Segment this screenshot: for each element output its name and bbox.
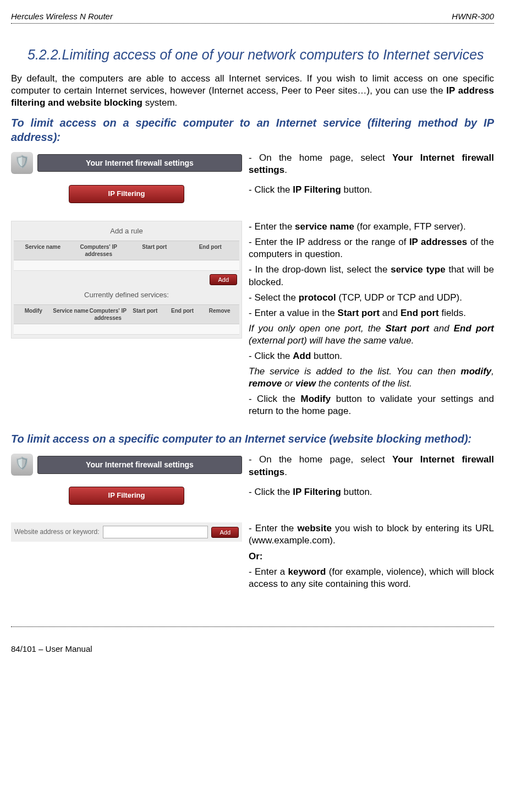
step2-enter-keyword: - Enter a keyword (for example, violence… [249,566,494,590]
section-title: Limiting access of one of your network c… [62,47,484,62]
add-rule-columns: Service name Computers' IP addresses Sta… [14,241,239,260]
section-heading: 5.2.2.Limiting access of one of your net… [61,46,494,64]
step-list-note: The service is added to the list. You ca… [249,366,494,390]
header-left: Hercules Wireless N Router [11,11,113,22]
col-modify: Modify [15,307,52,321]
currently-defined-title: Currently defined services: [14,291,239,300]
step2-click-ip-filtering: - Click the IP Filtering button. [249,486,494,498]
shield-icon [11,454,33,476]
step-service-type: - In the drop-down list, select the serv… [249,264,494,288]
section-number: 5.2.2. [28,47,62,62]
add-button[interactable]: Add [210,274,237,285]
col-start-port: Start port [127,243,183,258]
ip-filtering-button-2[interactable]: IP Filtering [69,487,184,505]
step-service-name: - Enter the service name (for example, F… [249,221,494,233]
col-remove: Remove [201,307,238,321]
col-end-port-2: End port [164,307,201,321]
website-label: Website address or keyword: [14,528,100,537]
page-header: Hercules Wireless N Router HWNR-300 [11,11,494,24]
intro-text-2: system. [142,97,177,108]
firewall-settings-bar[interactable]: Your Internet firewall settings [37,154,242,172]
step2-select-firewall: - On the home page, select Your Internet… [249,454,494,478]
col-ip-addresses: Computers' IP addresses [71,243,127,258]
step-click-add: - Click the Add button. [249,350,494,362]
firewall-settings-bar-2[interactable]: Your Internet firewall settings [37,456,242,473]
step-same-port-note: If you only open one port, the Start por… [249,323,494,347]
step-ip-addresses: - Enter the IP address or the range of I… [249,236,494,260]
empty-row-2 [14,324,239,335]
shield-icon [11,152,33,174]
defined-columns: Modify Service name Computers' IP addres… [14,304,239,324]
website-block-panel: Website address or keyword: Add [11,522,242,542]
step-select-firewall: - On the home page, select Your Internet… [249,152,494,176]
add-button-2[interactable]: Add [211,527,239,538]
col-service-name-2: Service name [52,307,90,321]
subheading-ip-filter: To limit access on a specific computer t… [11,116,494,144]
add-rule-title: Add a rule [14,227,239,236]
website-input[interactable] [103,526,208,538]
step-click-modify: - Click the Modify button to validate yo… [249,393,494,417]
add-rule-panel: Add a rule Service name Computers' IP ad… [11,221,242,339]
ip-filtering-button[interactable]: IP Filtering [69,185,184,203]
step-click-ip-filtering: - Click the IP Filtering button. [249,184,494,196]
col-ip-addresses-2: Computers' IP addresses [89,307,127,321]
col-start-port-2: Start port [127,307,164,321]
step2-or: Or: [249,551,494,563]
intro-text-1: By default, the computers are able to ac… [11,73,494,96]
intro-paragraph: By default, the computers are able to ac… [11,73,494,109]
step-protocol: - Select the protocol (TCP, UDP or TCP a… [249,292,494,304]
empty-row [14,260,239,271]
header-right: HWNR-300 [452,11,494,22]
step2-enter-website: - Enter the website you wish to block by… [249,522,494,547]
subheading-website-block: To limit access on a specific computer t… [11,432,494,446]
page-footer: 84/101 – User Manual [11,626,494,655]
step-ports: - Enter a value in the Start port and En… [249,307,494,319]
col-service-name: Service name [15,243,71,258]
col-end-port: End port [183,243,239,258]
